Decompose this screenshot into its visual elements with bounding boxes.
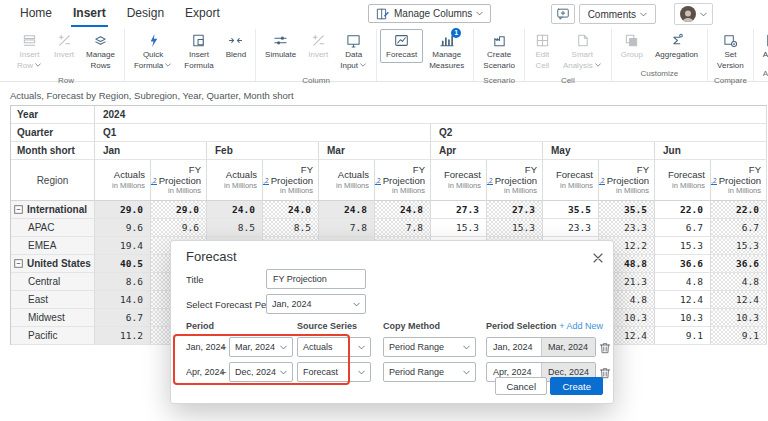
measure-header-forecast[interactable]: Forecastin Millions xyxy=(431,160,487,201)
ribbon-button-insert-formula[interactable]: InsertFormula xyxy=(178,29,219,74)
data-cell[interactable]: 27.3 xyxy=(431,201,487,219)
ribbon-button-audit[interactable]: Audit xyxy=(757,29,768,63)
ribbon-button-aggregation[interactable]: Aggregation xyxy=(649,29,704,63)
data-cell[interactable]: 23.3 xyxy=(543,219,599,237)
tab-insert[interactable]: Insert xyxy=(71,0,108,27)
data-cell[interactable]: 15.3 xyxy=(711,237,767,255)
data-cell[interactable]: 35.5 xyxy=(599,201,655,219)
collapse-icon[interactable] xyxy=(14,259,23,268)
data-cell[interactable]: 27.3 xyxy=(487,201,543,219)
row-header-midwest[interactable]: Midwest xyxy=(11,309,95,327)
source-series-select[interactable]: Actuals xyxy=(297,337,371,357)
data-cell[interactable]: 9.6 xyxy=(151,219,207,237)
measure-header-forecast[interactable]: Forecastin Millions xyxy=(655,160,711,201)
data-cell[interactable]: 8.5 xyxy=(263,219,319,237)
dimension-value-cell[interactable]: Jan xyxy=(95,142,207,160)
data-cell[interactable]: 40.5 xyxy=(95,255,151,273)
tab-export[interactable]: Export xyxy=(183,0,222,27)
row-header-international[interactable]: International xyxy=(11,201,95,219)
measure-header-projection[interactable]: FY1,2Projectionin Millions xyxy=(599,160,655,201)
dimension-value-cell[interactable]: 2024 xyxy=(95,106,767,124)
data-cell[interactable]: 11.2 xyxy=(95,327,151,345)
ribbon-button-forecast[interactable]: Forecast xyxy=(380,29,423,63)
title-input[interactable] xyxy=(266,269,366,289)
dimension-label-quarter[interactable]: Quarter xyxy=(11,124,95,142)
data-cell[interactable]: 9.1 xyxy=(655,327,711,345)
close-icon[interactable] xyxy=(592,250,604,262)
ribbon-button-data-input[interactable]: DataInput xyxy=(334,29,373,74)
period-selection-from[interactable]: Jan, 2024 xyxy=(487,338,541,356)
ribbon-button-manage-measures[interactable]: 1ManageMeasures xyxy=(423,29,470,74)
data-cell[interactable]: 15.3 xyxy=(487,219,543,237)
data-cell[interactable]: 24.8 xyxy=(319,201,375,219)
measure-header-actual[interactable]: Actualsin Millions xyxy=(207,160,263,201)
dimension-value-cell[interactable]: Jun xyxy=(655,142,767,160)
data-cell[interactable]: 9.6 xyxy=(95,219,151,237)
data-cell[interactable]: 4.8 xyxy=(711,273,767,291)
period-to-select[interactable]: Mar, 2024 xyxy=(229,337,293,357)
data-cell[interactable]: 24.8 xyxy=(375,201,431,219)
measure-header-projection[interactable]: FY1,2Projectionin Millions xyxy=(487,160,543,201)
row-header-pacific[interactable]: Pacific xyxy=(11,327,95,345)
comments-button[interactable]: Comments xyxy=(579,4,656,24)
period-to-select[interactable]: Dec, 2024 xyxy=(229,362,293,382)
measure-header-actual[interactable]: Actualsin Millions xyxy=(319,160,375,201)
data-cell[interactable]: 19.4 xyxy=(95,237,151,255)
dimension-value-cell[interactable]: Apr xyxy=(431,142,543,160)
data-cell[interactable]: 24.0 xyxy=(207,201,263,219)
data-cell[interactable]: 15.3 xyxy=(431,219,487,237)
measure-header-actual[interactable]: Actualsin Millions xyxy=(95,160,151,201)
dimension-value-cell[interactable]: Q2 xyxy=(431,124,767,142)
row-header-united-states[interactable]: United States xyxy=(11,255,95,273)
delete-row-button[interactable] xyxy=(599,340,612,354)
measure-header-projection[interactable]: FY1,2Projectionin Millions xyxy=(151,160,207,201)
data-cell[interactable]: 14.0 xyxy=(95,291,151,309)
source-series-select[interactable]: Forecast xyxy=(297,362,371,382)
data-cell[interactable]: 4.8 xyxy=(655,273,711,291)
data-cell[interactable]: 8.6 xyxy=(95,273,151,291)
tab-home[interactable]: Home xyxy=(18,0,54,27)
data-cell[interactable]: 10.3 xyxy=(655,309,711,327)
region-corner-header[interactable]: Region xyxy=(11,160,95,201)
tab-design[interactable]: Design xyxy=(125,0,166,27)
forecast-period-select[interactable]: Jan, 2024 xyxy=(266,294,366,314)
dimension-label-month-short[interactable]: Month short xyxy=(11,142,95,160)
ribbon-button-set-version[interactable]: SetVersion xyxy=(711,29,750,74)
copy-method-select[interactable]: Period Range xyxy=(383,337,476,357)
dimension-value-cell[interactable]: Feb xyxy=(207,142,319,160)
data-cell[interactable]: 10.3 xyxy=(711,309,767,327)
measure-header-projection[interactable]: FY1,2Projectionin Millions xyxy=(711,160,767,201)
data-cell[interactable]: 12.4 xyxy=(711,291,767,309)
manage-columns-button[interactable]: Manage Columns xyxy=(368,4,491,23)
data-cell[interactable]: 35.5 xyxy=(543,201,599,219)
row-header-east[interactable]: East xyxy=(11,291,95,309)
copy-method-select[interactable]: Period Range xyxy=(383,362,476,382)
measure-header-projection[interactable]: FY1,2Projectionin Millions xyxy=(375,160,431,201)
data-cell[interactable]: 24.0 xyxy=(263,201,319,219)
data-cell[interactable]: 9.1 xyxy=(711,327,767,345)
ribbon-button-quick-formula[interactable]: QuickFormula xyxy=(128,29,178,74)
data-cell[interactable]: 6.7 xyxy=(95,309,151,327)
data-cell[interactable]: 22.0 xyxy=(711,201,767,219)
data-cell[interactable]: 36.6 xyxy=(655,255,711,273)
row-header-emea[interactable]: EMEA xyxy=(11,237,95,255)
data-cell[interactable]: 8.5 xyxy=(207,219,263,237)
profile-menu-button[interactable] xyxy=(674,3,713,25)
dimension-label-year[interactable]: Year xyxy=(11,106,95,124)
ribbon-button-manage-rows[interactable]: ManageRows xyxy=(80,29,121,74)
dimension-value-cell[interactable]: Q1 xyxy=(95,124,431,142)
dimension-value-cell[interactable]: Mar xyxy=(319,142,431,160)
period-selection-range[interactable]: Jan, 2024 Mar, 2024 xyxy=(486,337,596,357)
ribbon-button-blend[interactable]: Blend xyxy=(220,29,252,63)
ribbon-button-create-scenario[interactable]: CreateScenario xyxy=(477,29,521,74)
data-cell[interactable]: 29.0 xyxy=(95,201,151,219)
dimension-value-cell[interactable]: May xyxy=(543,142,655,160)
data-cell[interactable]: 12.4 xyxy=(655,291,711,309)
collapse-icon[interactable] xyxy=(14,205,23,214)
data-cell[interactable]: 6.7 xyxy=(655,219,711,237)
data-cell[interactable]: 7.8 xyxy=(375,219,431,237)
data-cell[interactable]: 7.8 xyxy=(319,219,375,237)
data-cell[interactable]: 36.6 xyxy=(711,255,767,273)
add-comment-button[interactable] xyxy=(551,4,575,24)
measure-header-forecast[interactable]: Forecastin Millions xyxy=(543,160,599,201)
